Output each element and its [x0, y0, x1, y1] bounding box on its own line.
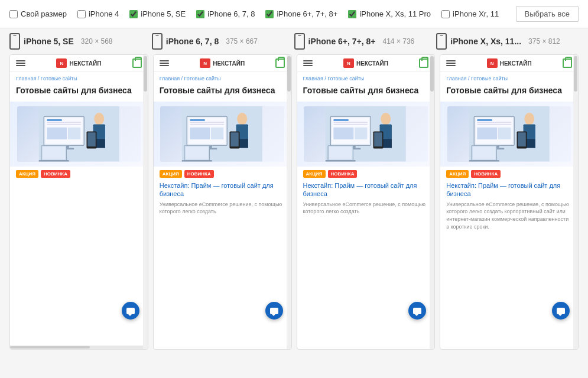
preview-frame-iphone678[interactable]: N НЕКСТАЙП Главная / Готовые сайты Готов…	[153, 54, 292, 350]
svg-rect-32	[231, 133, 239, 147]
scrollbar-right-1[interactable]	[143, 55, 148, 349]
device-name-iphonex: iPhone X, Xs, 11...	[450, 37, 521, 46]
tag-akcia-2: АКЦИЯ	[160, 170, 182, 178]
breadcrumb-1: Главная / Готовые сайты	[10, 72, 148, 84]
device-name-iphone5se: iPhone 5, SE	[24, 37, 74, 46]
chat-bubble-icon-1	[126, 308, 135, 314]
device-name-iphone6plus: iPhone 6+, 7+, 8+	[308, 37, 376, 46]
svg-rect-63	[477, 122, 511, 123]
svg-rect-28	[190, 124, 225, 125]
preview-frame-iphonex[interactable]: N НЕКСТАЙП Главная / Готовые сайты Готов…	[440, 54, 579, 350]
scrollbar-right-4[interactable]	[573, 55, 578, 349]
tag-akcia-3: АКЦИЯ	[303, 170, 326, 178]
product-image-1	[10, 102, 148, 167]
preview-col-iphone5se: N НЕКСТАЙП Главная / Готовые сайты Готов…	[9, 54, 153, 350]
filter-iphone6plus-checkbox[interactable]	[265, 10, 274, 18]
svg-point-19	[238, 113, 248, 125]
preview-frame-iphone6plus[interactable]: N НЕКСТАЙП Главная / Готовые сайты Готов…	[297, 54, 436, 350]
filter-iphonex-checkbox[interactable]	[348, 10, 356, 18]
chat-bubble-2[interactable]	[265, 302, 283, 320]
preview-content-iphonex: N НЕКСТАЙП Главная / Готовые сайты Готов…	[440, 55, 578, 234]
svg-rect-47	[333, 128, 353, 139]
preview-frame-iphone5se[interactable]: N НЕКСТАЙП Главная / Готовые сайты Готов…	[9, 54, 148, 350]
device-res-iphonex: 375 × 812	[528, 37, 560, 45]
tag-novinka-3: НОВИНКА	[328, 170, 358, 178]
previews-area: iPhone 5, SE 320 × 568 iPhone 6, 7, 8 37…	[0, 28, 588, 356]
hamburger-icon-4[interactable]	[446, 60, 456, 66]
breadcrumb-current-2: Готовые сайты	[184, 76, 221, 82]
product-description-2: Универсальное eCommerce решение, с помощ…	[154, 201, 291, 219]
filter-custom-checkbox[interactable]	[9, 10, 18, 18]
filter-iphone678[interactable]: iPhone 6, 7, 8	[196, 9, 255, 18]
select-all-button[interactable]: Выбрать все	[516, 6, 579, 22]
product-title-2[interactable]: Некстайп: Прайм — готовый сайт для бизне…	[154, 181, 291, 201]
svg-point-55	[524, 113, 534, 125]
cart-icon-3[interactable]	[419, 58, 428, 68]
logo-text-3: НЕКСТАЙП	[356, 60, 388, 67]
mini-logo-1: N НЕКСТАЙП	[56, 58, 101, 68]
svg-rect-26	[190, 120, 206, 122]
previews-row: N НЕКСТАЙП Главная / Готовые сайты Готов…	[0, 52, 588, 356]
device-header-iphone6plus: iPhone 6+, 7+, 8+ 414 × 736	[294, 33, 437, 50]
tags-1: АКЦИЯ НОВИНКА	[10, 170, 148, 181]
svg-rect-50	[374, 133, 382, 147]
filter-iphone6plus[interactable]: iPhone 6+, 7+, 8+	[265, 9, 337, 18]
svg-point-1	[94, 113, 104, 125]
mini-logo-2: N НЕКСТАЙП	[200, 58, 245, 68]
filter-iphone678-checkbox[interactable]	[196, 10, 204, 18]
product-image-inner-1	[17, 106, 141, 162]
filter-custom[interactable]: Свой размер	[9, 9, 67, 18]
devices-svg-4	[447, 106, 571, 162]
svg-rect-16	[42, 146, 65, 159]
product-title-3[interactable]: Некстайп: Прайм — готовый сайт для бизне…	[297, 181, 435, 201]
svg-rect-17	[38, 160, 69, 162]
svg-rect-46	[333, 124, 368, 125]
filter-iphone678-label: iPhone 6, 7, 8	[207, 9, 255, 18]
svg-rect-8	[47, 120, 62, 122]
scrollbar-bottom-1[interactable]	[10, 346, 143, 349]
breadcrumb-home-3: Главная	[303, 76, 323, 82]
svg-rect-48	[355, 128, 367, 139]
phone-icon-iphone6plus	[294, 33, 305, 50]
scrollbar-right-2[interactable]	[287, 55, 291, 349]
product-image-inner-4	[447, 106, 571, 162]
cart-icon-1[interactable]	[132, 58, 142, 68]
filter-iphone5se[interactable]: iPhone 5, SE	[129, 9, 186, 18]
tag-akcia-4: АКЦИЯ	[446, 170, 469, 178]
product-title-4[interactable]: Некстайп: Прайм — готовый сайт для бизне…	[440, 181, 578, 201]
scrollbar-h-thumb-1	[10, 346, 90, 348]
svg-rect-68	[518, 133, 526, 147]
svg-rect-14	[87, 133, 96, 147]
svg-rect-29	[190, 128, 210, 139]
svg-rect-10	[47, 124, 81, 125]
filter-iphonex[interactable]: iPhone X, Xs, 11 Pro	[348, 9, 431, 18]
filter-iphone4-checkbox[interactable]	[77, 10, 86, 18]
devices-svg-1	[17, 106, 141, 162]
product-description-4: Универсальное eCommerce решение, с помощ…	[440, 201, 578, 234]
filter-iphonexr-checkbox[interactable]	[441, 10, 450, 18]
chat-bubble-1[interactable]	[122, 302, 139, 320]
hamburger-icon-3[interactable]	[303, 60, 313, 66]
page-title-2: Готовые сайты для бизнеса	[154, 84, 291, 102]
svg-rect-66	[498, 128, 511, 139]
mini-header-1: N НЕКСТАЙП	[10, 55, 148, 72]
filter-iphone5se-checkbox[interactable]	[129, 10, 138, 18]
scrollbar-right-3[interactable]	[430, 55, 434, 349]
breadcrumb-current-4: Готовые сайты	[471, 76, 508, 82]
chat-bubble-4[interactable]	[552, 302, 570, 320]
mini-logo-4: N НЕКСТАЙП	[487, 58, 532, 68]
tag-novinka-1: НОВИНКА	[41, 170, 70, 178]
breadcrumb-home-1: Главная	[16, 76, 36, 82]
cart-icon-4[interactable]	[563, 58, 572, 68]
svg-rect-27	[190, 122, 225, 123]
hamburger-icon-1[interactable]	[16, 60, 25, 66]
scrollbar-thumb-1	[144, 56, 147, 92]
filter-iphone4[interactable]: iPhone 4	[77, 9, 119, 18]
chat-bubble-3[interactable]	[408, 302, 426, 320]
logo-icon-4: N	[487, 58, 498, 68]
hamburger-icon-2[interactable]	[160, 60, 169, 66]
preview-col-iphone678: N НЕКСТАЙП Главная / Готовые сайты Готов…	[153, 54, 297, 350]
filter-iphonexr[interactable]: iPhone Xr, 11	[441, 9, 499, 18]
cart-icon-2[interactable]	[275, 58, 285, 68]
svg-rect-12	[68, 128, 80, 139]
